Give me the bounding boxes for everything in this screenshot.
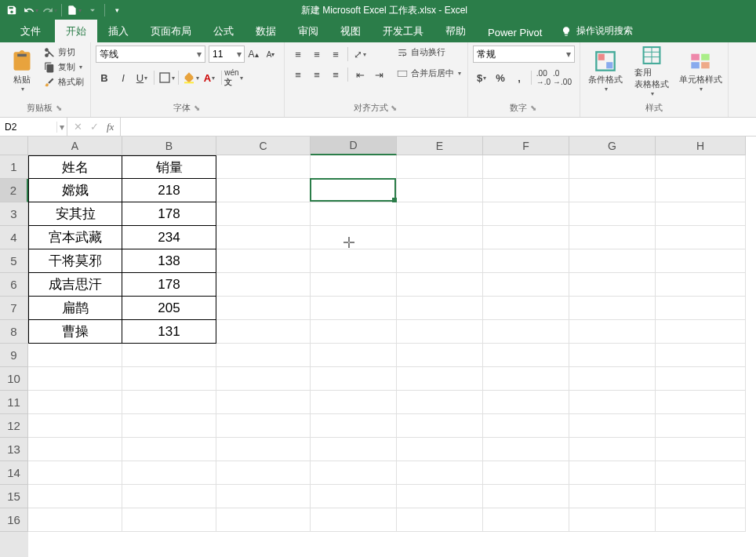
cell-E4[interactable] xyxy=(397,226,483,249)
row-header-14[interactable]: 14 xyxy=(0,461,28,485)
cell-F7[interactable] xyxy=(483,297,569,320)
tab-formulas[interactable]: 公式 xyxy=(202,20,245,42)
cell-E3[interactable] xyxy=(397,202,483,226)
cell-A16[interactable] xyxy=(28,508,122,532)
cell-B2[interactable]: 218 xyxy=(122,179,216,202)
row-header-15[interactable]: 15 xyxy=(0,485,28,508)
cell-F5[interactable] xyxy=(483,249,569,273)
cell-C3[interactable] xyxy=(216,202,311,226)
cell-H7[interactable] xyxy=(656,297,746,320)
cell-D6[interactable] xyxy=(311,273,397,297)
cell-G6[interactable] xyxy=(569,273,656,297)
name-box-input[interactable] xyxy=(0,122,56,133)
cell-G10[interactable] xyxy=(569,367,656,391)
row-header-7[interactable]: 7 xyxy=(0,297,28,320)
cell-C15[interactable] xyxy=(216,485,311,508)
decrease-font-button[interactable]: A▾ xyxy=(262,46,279,63)
cell-C4[interactable] xyxy=(216,226,311,249)
cut-button[interactable]: 剪切 xyxy=(42,46,85,59)
cell-G13[interactable] xyxy=(569,438,656,461)
cell-B14[interactable] xyxy=(122,461,216,485)
cell-C8[interactable] xyxy=(216,320,311,344)
cell-H2[interactable] xyxy=(656,179,746,202)
tab-home[interactable]: 开始 xyxy=(55,20,97,42)
wrap-text-button[interactable]: 自动换行 xyxy=(395,46,463,59)
cell-G11[interactable] xyxy=(569,391,656,414)
cell-A13[interactable] xyxy=(28,438,122,461)
cell-F3[interactable] xyxy=(483,202,569,226)
cell-D9[interactable] xyxy=(311,344,397,367)
cell-F14[interactable] xyxy=(483,461,569,485)
borders-button[interactable]: ▾ xyxy=(158,69,175,86)
conditional-format-button[interactable]: 条件格式▾ xyxy=(585,46,626,97)
cell-B1[interactable]: 销量 xyxy=(122,155,216,179)
cell-B10[interactable] xyxy=(122,367,216,391)
col-header-A[interactable]: A xyxy=(28,137,122,155)
cell-G14[interactable] xyxy=(569,461,656,485)
align-launcher[interactable]: ⬊ xyxy=(391,104,398,112)
row-header-2[interactable]: 2 xyxy=(0,179,28,202)
tab-help[interactable]: 帮助 xyxy=(434,20,477,42)
tab-view[interactable]: 视图 xyxy=(329,20,372,42)
cell-A14[interactable] xyxy=(28,461,122,485)
cell-H15[interactable] xyxy=(656,485,746,508)
save-icon[interactable] xyxy=(3,2,20,19)
cell-C12[interactable] xyxy=(216,414,311,438)
cell-B5[interactable]: 138 xyxy=(122,249,216,273)
col-header-H[interactable]: H xyxy=(656,137,746,155)
align-right-button[interactable]: ≡ xyxy=(327,66,344,83)
fill-color-button[interactable]: ▾ xyxy=(182,69,199,86)
cell-D11[interactable] xyxy=(311,391,397,414)
cell-F16[interactable] xyxy=(483,508,569,532)
cell-B4[interactable]: 234 xyxy=(122,226,216,249)
cell-H11[interactable] xyxy=(656,391,746,414)
name-box-dropdown[interactable]: ▾ xyxy=(56,122,67,133)
align-center-button[interactable]: ≡ xyxy=(308,66,325,83)
cell-B16[interactable] xyxy=(122,508,216,532)
decrease-decimal-button[interactable]: .0→.00 xyxy=(554,69,571,86)
cell-styles-button[interactable]: 单元格样式▾ xyxy=(678,46,723,97)
row-header-3[interactable]: 3 xyxy=(0,202,28,226)
cell-E9[interactable] xyxy=(397,344,483,367)
undo-icon[interactable]: ▾ xyxy=(22,2,39,19)
cell-E2[interactable] xyxy=(397,179,483,202)
name-box[interactable]: ▾ xyxy=(0,118,67,136)
cell-A7[interactable]: 扁鹊 xyxy=(28,297,122,320)
cell-B13[interactable] xyxy=(122,438,216,461)
cell-H4[interactable] xyxy=(656,226,746,249)
cell-F9[interactable] xyxy=(483,344,569,367)
cell-B7[interactable]: 205 xyxy=(122,297,216,320)
cell-H10[interactable] xyxy=(656,367,746,391)
cell-C14[interactable] xyxy=(216,461,311,485)
cell-F13[interactable] xyxy=(483,438,569,461)
row-header-1[interactable]: 1 xyxy=(0,155,28,179)
percent-button[interactable]: % xyxy=(492,69,509,86)
cell-A2[interactable]: 嫦娥 xyxy=(28,179,122,202)
cell-C11[interactable] xyxy=(216,391,311,414)
cell-E12[interactable] xyxy=(397,414,483,438)
cell-A5[interactable]: 干将莫邪 xyxy=(28,249,122,273)
font-size-combo[interactable]: ▾ xyxy=(209,46,245,63)
cell-F11[interactable] xyxy=(483,391,569,414)
cell-H14[interactable] xyxy=(656,461,746,485)
cell-B3[interactable]: 178 xyxy=(122,202,216,226)
cell-D12[interactable] xyxy=(311,414,397,438)
tab-power-pivot[interactable]: Power Pivot xyxy=(477,22,553,42)
row-header-5[interactable]: 5 xyxy=(0,249,28,273)
cell-E16[interactable] xyxy=(397,508,483,532)
number-launcher[interactable]: ⬊ xyxy=(530,104,538,112)
cell-B6[interactable]: 178 xyxy=(122,273,216,297)
cell-B8[interactable]: 131 xyxy=(122,320,216,344)
cell-F2[interactable] xyxy=(483,179,569,202)
orientation-button[interactable]: ⤢▾ xyxy=(351,46,369,63)
col-header-C[interactable]: C xyxy=(216,137,311,155)
row-header-11[interactable]: 11 xyxy=(0,391,28,414)
cell-C6[interactable] xyxy=(216,273,311,297)
row-header-10[interactable]: 10 xyxy=(0,367,28,391)
cell-D14[interactable] xyxy=(311,461,397,485)
qat-customize-icon[interactable] xyxy=(84,2,101,19)
phonetic-button[interactable]: wén文▾ xyxy=(225,69,242,86)
cell-D4[interactable] xyxy=(311,226,397,249)
cell-F15[interactable] xyxy=(483,485,569,508)
tab-review[interactable]: 审阅 xyxy=(287,20,329,42)
